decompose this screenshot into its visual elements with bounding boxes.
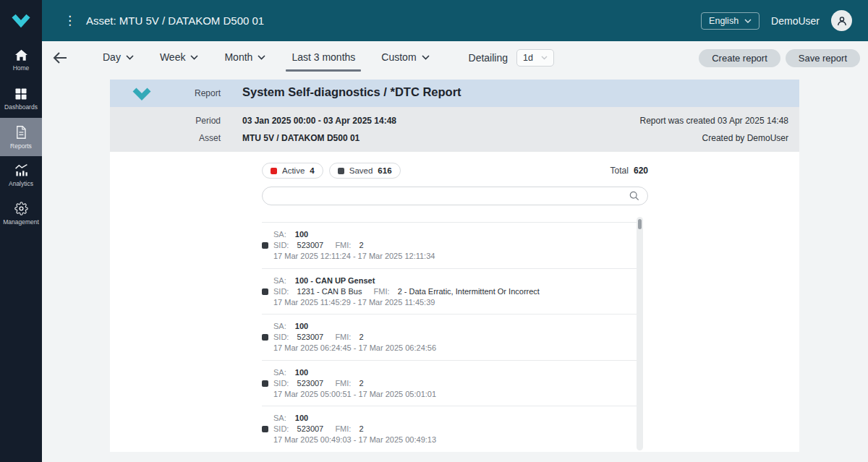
- fmi-label: FMI:: [335, 379, 351, 388]
- dtc-list-item[interactable]: SA: 100 SID: 523007 FMI: 2 17 Mar 2025 0…: [262, 314, 637, 360]
- search-icon[interactable]: [629, 191, 639, 201]
- sa-label: SA:: [273, 230, 286, 239]
- detailing-label: Detailing: [469, 52, 508, 64]
- asset-value: MTU 5V / DATAKOM D500 01: [242, 133, 359, 143]
- dtc-list: SA: 100 SID: 523007 FMI: 2 17 Mar 2025 1…: [262, 222, 637, 452]
- search-input[interactable]: [262, 187, 648, 205]
- sidebar-item-home[interactable]: Home: [0, 41, 42, 80]
- dtc-period: 17 Mar 2025 06:24:45 - 17 Mar 2025 06:24…: [273, 343, 637, 354]
- tab-custom[interactable]: Custom: [368, 44, 442, 72]
- fmi-value: 2 - Data Erratic, Intermittent Or Incorr…: [398, 287, 540, 296]
- status-filter-row: Active 4 Saved 616 Total 620: [262, 163, 648, 179]
- period-label: Period: [139, 116, 221, 126]
- tab-last-3-months[interactable]: Last 3 months: [278, 44, 368, 72]
- total-counter: Total 620: [610, 166, 648, 176]
- sidebar-label: Management: [3, 218, 39, 226]
- dtc-list-item[interactable]: SA: 100 SID: 523007 FMI: 2 17 Mar 2025 0…: [262, 360, 637, 406]
- list-scrollbar-thumb[interactable]: [638, 219, 642, 229]
- detailing-select[interactable]: 1d: [516, 49, 554, 67]
- dtc-list-item[interactable]: SA: 100 - CAN UP Genset SID: 1231 - CAN …: [262, 268, 637, 315]
- sid-value: 523007: [297, 241, 324, 249]
- tab-label: Month: [224, 51, 252, 63]
- dtc-sa-line: SA: 100: [273, 413, 637, 424]
- asset-title: Asset: MTU 5V / DATAKOM D500 01: [86, 14, 264, 27]
- fmi-value: 2: [359, 333, 364, 341]
- home-icon: [14, 49, 28, 61]
- sa-label: SA:: [273, 322, 286, 330]
- tab-day[interactable]: Day: [90, 44, 147, 72]
- top-bar: ⋮ Asset: MTU 5V / DATAKOM D500 01 Englis…: [0, 0, 868, 41]
- sa-label: SA:: [273, 276, 286, 285]
- sa-value: 100: [295, 368, 308, 377]
- detailing-value: 1d: [523, 53, 533, 63]
- sid-value: 523007: [297, 424, 324, 433]
- dtc-sid-line: SID: 523007 FMI: 2: [273, 424, 637, 435]
- total-label: Total: [610, 166, 629, 176]
- create-report-button[interactable]: Create report: [699, 49, 780, 67]
- sid-value: 523007: [297, 333, 324, 341]
- dtc-list-item[interactable]: SA: 100 SID: 523007 FMI: 2 17 Mar 2025 1…: [262, 222, 637, 268]
- dtc-list-item[interactable]: SA: 100 SID: 523007 FMI: 2 17 Mar 2025 0…: [262, 406, 637, 452]
- report-card: Report System Self-diagnostics / *DTC Re…: [110, 80, 799, 452]
- back-button[interactable]: [52, 51, 68, 64]
- filter-chip-active[interactable]: Active 4: [262, 163, 323, 179]
- dtc-sid-line: SID: 523007 FMI: 2: [273, 332, 637, 343]
- sidebar-item-analytics[interactable]: Analytics: [0, 156, 42, 194]
- search-bar: [262, 187, 648, 205]
- list-scrollbar-track[interactable]: [637, 217, 643, 450]
- dtc-sa-line: SA: 100: [273, 321, 637, 332]
- fmi-label: FMI:: [335, 241, 351, 249]
- saved-status-icon: [338, 168, 344, 174]
- fmi-label: FMI:: [335, 424, 351, 433]
- chip-label: Active: [282, 166, 305, 175]
- total-count: 620: [634, 166, 648, 176]
- sidebar-item-dashboards[interactable]: Dashboards: [0, 80, 42, 118]
- sid-label: SID:: [273, 379, 289, 388]
- language-select[interactable]: English: [701, 12, 760, 30]
- chevron-down-icon: [541, 56, 548, 60]
- chevron-down-icon: [422, 55, 430, 60]
- report-label: Report: [139, 88, 221, 98]
- logo-chevron-icon: [9, 12, 33, 30]
- dtc-period: 17 Mar 2025 12:11:24 - 17 Mar 2025 12:11…: [273, 251, 637, 262]
- dtc-sid-line: SID: 523007 FMI: 2: [273, 378, 637, 389]
- chevron-down-icon: [126, 55, 134, 60]
- chip-count: 616: [378, 166, 391, 175]
- sid-label: SID:: [273, 287, 289, 296]
- chevron-down-icon: [190, 55, 198, 60]
- dtc-sa-line: SA: 100: [273, 367, 637, 378]
- sidebar-label: Home: [13, 64, 30, 72]
- sidebar-label: Reports: [10, 142, 32, 150]
- chip-count: 4: [310, 166, 314, 175]
- filter-chip-saved[interactable]: Saved 616: [329, 163, 401, 179]
- report-toolbar: Day Week Month Last 3 months Custom Deta…: [42, 41, 868, 74]
- dtc-period: 17 Mar 2025 05:00:51 - 17 Mar 2025 05:01…: [273, 389, 637, 400]
- report-title: System Self-diagnostics / *DTC Report: [242, 85, 461, 99]
- kebab-menu-icon[interactable]: ⋮: [64, 14, 76, 27]
- dtc-sid-line: SID: 1231 - CAN B Bus FMI: 2 - Data Erra…: [273, 286, 637, 297]
- period-value: 03 Jan 2025 00:00 - 03 Apr 2025 14:48: [242, 116, 396, 126]
- report-header-band: Report System Self-diagnostics / *DTC Re…: [110, 80, 799, 107]
- active-status-icon: [271, 168, 277, 174]
- sidebar-label: Dashboards: [4, 103, 38, 111]
- saved-status-icon: [262, 380, 268, 387]
- fmi-label: FMI:: [374, 287, 390, 296]
- dashboards-icon: [14, 87, 27, 100]
- sa-value: 100: [295, 230, 308, 239]
- sa-value: 100: [295, 322, 308, 330]
- tab-month[interactable]: Month: [211, 44, 278, 72]
- tab-label: Day: [103, 51, 121, 63]
- chip-label: Saved: [349, 166, 373, 175]
- sidebar-item-management[interactable]: Management: [0, 194, 42, 233]
- saved-status-icon: [262, 334, 268, 341]
- tab-week[interactable]: Week: [147, 44, 212, 72]
- dtc-sa-line: SA: 100: [273, 229, 637, 240]
- avatar[interactable]: [831, 10, 852, 31]
- sidebar-item-reports[interactable]: Reports: [0, 118, 42, 156]
- period-tabs: Day Week Month Last 3 months Custom: [90, 44, 443, 72]
- sidebar-label: Analytics: [9, 180, 33, 187]
- app-logo[interactable]: [0, 0, 42, 41]
- report-created-at: Report was created 03 Apr 2025 14:48: [640, 116, 788, 126]
- save-report-button[interactable]: Save report: [786, 49, 860, 67]
- fmi-value: 2: [359, 379, 364, 388]
